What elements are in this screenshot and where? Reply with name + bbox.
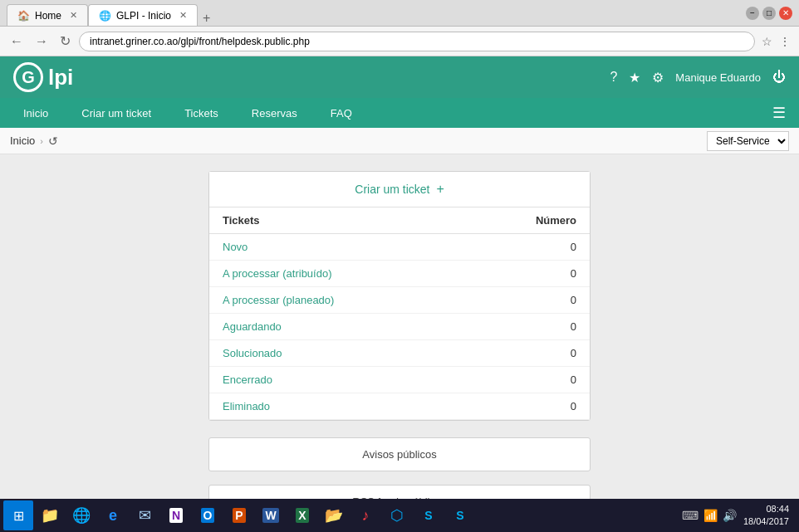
window-controls: − □ ✕ xyxy=(746,7,792,20)
address-input[interactable] xyxy=(79,32,755,51)
hamburger-icon[interactable]: ☰ xyxy=(766,104,792,122)
ticket-row-count-3: 0 xyxy=(465,314,590,340)
logo-circle: G xyxy=(13,62,43,92)
clock-time: 08:44 xyxy=(743,503,789,515)
nav-inicio[interactable]: Inicio xyxy=(7,98,65,128)
taskbar-start[interactable]: ⊞ xyxy=(3,500,33,530)
tickets-card: Criar um ticket + Tickets Número Novo 0 … xyxy=(208,171,591,421)
browser-tabs: 🏠 Home ✕ 🌐 GLPI - Inicio ✕ + xyxy=(7,0,215,26)
tab-glpi-close[interactable]: ✕ xyxy=(179,10,187,21)
start-icon: ⊞ xyxy=(13,508,24,524)
power-icon[interactable]: ⏻ xyxy=(772,70,786,85)
nav-criar-ticket[interactable]: Criar um ticket xyxy=(65,98,168,128)
ticket-row-label-3[interactable]: Aguardando xyxy=(223,320,282,333)
taskbar-clock: 08:44 18/04/2017 xyxy=(743,503,789,529)
menu-icon[interactable]: ⋮ xyxy=(777,33,792,50)
taskbar-files[interactable]: 📁 xyxy=(35,500,65,530)
taskbar-right: ⌨ 📶 🔊 08:44 18/04/2017 xyxy=(682,503,796,529)
ticket-row-label-4[interactable]: Solucionado xyxy=(223,347,282,359)
self-service-dropdown[interactable]: Self-Service xyxy=(707,131,789,151)
app1-icon: ⬡ xyxy=(390,506,404,525)
create-ticket-link[interactable]: Criar um ticket + xyxy=(355,183,444,196)
powerpoint-icon: P xyxy=(233,508,245,523)
table-row: Aguardando 0 xyxy=(209,314,590,340)
help-icon[interactable]: ? xyxy=(610,70,617,85)
mail-icon: ✉ xyxy=(139,506,151,525)
taskbar-folder[interactable]: 📂 xyxy=(319,500,349,530)
username-label[interactable]: Manique Eduardo xyxy=(675,71,761,84)
taskbar-chrome[interactable]: 🌐 xyxy=(66,500,96,530)
app-header: G lpi ? ★ ⚙ Manique Eduardo ⏻ xyxy=(0,56,799,98)
maximize-button[interactable]: □ xyxy=(762,7,776,20)
ticket-row-label-6[interactable]: Eliminado xyxy=(223,400,270,412)
taskbar-powerpoint[interactable]: P xyxy=(224,500,254,530)
outlook-icon: O xyxy=(201,508,215,523)
app-logo: G lpi xyxy=(13,62,73,92)
star-icon[interactable]: ★ xyxy=(629,70,640,85)
onenote-icon: N xyxy=(169,508,183,523)
back-button[interactable]: ← xyxy=(7,32,27,51)
close-button[interactable]: ✕ xyxy=(779,7,792,20)
ticket-row-count-1: 0 xyxy=(465,261,590,287)
taskbar: ⊞ 📁 🌐 e ✉ N O P W X 📂 ♪ ⬡ S S ⌨ 📶 xyxy=(0,499,799,532)
skype1-icon: S xyxy=(424,509,432,522)
table-row: A processar (planeado) 0 xyxy=(209,287,590,314)
taskbar-app1[interactable]: ⬡ xyxy=(382,500,412,530)
volume-icon: 🔊 xyxy=(723,509,737,522)
taskbar-ie[interactable]: e xyxy=(98,500,128,530)
public-notices-label: Avisos públicos xyxy=(362,448,436,461)
nav-faq[interactable]: FAQ xyxy=(314,98,369,128)
nav-reservas[interactable]: Reservas xyxy=(235,98,314,128)
gear-icon[interactable]: ⚙ xyxy=(652,70,664,85)
create-ticket-header: Criar um ticket + xyxy=(209,172,590,207)
taskbar-skype2[interactable]: S xyxy=(445,500,475,530)
network-icon: 📶 xyxy=(703,509,718,522)
tab-glpi[interactable]: 🌐 GLPI - Inicio ✕ xyxy=(88,4,198,26)
public-notices-card: Avisos públicos xyxy=(208,437,591,471)
word-icon: W xyxy=(262,508,278,523)
breadcrumb-home[interactable]: Inicio xyxy=(10,134,35,147)
taskbar-outlook[interactable]: O xyxy=(193,500,223,530)
ticket-row-label-2[interactable]: A processar (planeado) xyxy=(223,294,334,306)
folder-icon: 📂 xyxy=(325,506,343,525)
create-ticket-label: Criar um ticket xyxy=(355,183,429,196)
keyboard-icon: ⌨ xyxy=(682,509,699,522)
taskbar-skype1[interactable]: S xyxy=(414,500,444,530)
tab-home-label: Home xyxy=(35,10,61,22)
bookmark-icon[interactable]: ☆ xyxy=(760,33,774,50)
taskbar-mail[interactable]: ✉ xyxy=(130,500,159,530)
ticket-row-count-0: 0 xyxy=(465,234,590,261)
itunes-icon: ♪ xyxy=(362,507,370,525)
browser-title-bar: 🏠 Home ✕ 🌐 GLPI - Inicio ✕ + − □ ✕ xyxy=(0,0,799,27)
ticket-row-label-5[interactable]: Encerrado xyxy=(223,373,272,386)
excel-icon: X xyxy=(296,508,308,523)
address-bar: ← → ↻ ☆ ⋮ xyxy=(0,27,799,56)
ticket-row-count-6: 0 xyxy=(465,393,590,420)
taskbar-word[interactable]: W xyxy=(256,500,286,530)
table-row: Eliminado 0 xyxy=(209,393,590,420)
table-row: Solucionado 0 xyxy=(209,340,590,367)
ticket-row-label-1[interactable]: A processar (atribuído) xyxy=(223,267,332,280)
new-tab-button[interactable]: + xyxy=(198,11,215,26)
tab-home[interactable]: 🏠 Home ✕ xyxy=(7,4,88,26)
taskbar-excel[interactable]: X xyxy=(287,500,317,530)
taskbar-itunes[interactable]: ♪ xyxy=(350,500,380,530)
chrome-icon: 🌐 xyxy=(72,506,91,525)
ticket-row-count-4: 0 xyxy=(465,340,590,367)
clock-date: 18/04/2017 xyxy=(743,515,789,528)
create-ticket-plus: + xyxy=(436,182,444,196)
nav-tickets[interactable]: Tickets xyxy=(168,98,235,128)
minimize-button[interactable]: − xyxy=(746,7,759,20)
forward-button[interactable]: → xyxy=(32,32,51,51)
refresh-button[interactable]: ↻ xyxy=(56,32,74,51)
table-row: A processar (atribuído) 0 xyxy=(209,261,590,287)
ticket-row-label-0[interactable]: Novo xyxy=(223,241,248,253)
col-tickets-header: Tickets xyxy=(209,207,465,234)
taskbar-onenote[interactable]: N xyxy=(161,500,191,530)
skype2-icon: S xyxy=(456,509,463,522)
breadcrumb-refresh-icon[interactable]: ↺ xyxy=(48,134,58,148)
tab-home-close[interactable]: ✕ xyxy=(70,10,77,21)
files-icon: 📁 xyxy=(41,506,59,525)
ticket-row-count-5: 0 xyxy=(465,367,590,393)
breadcrumb-bar: Inicio › ↺ Self-Service xyxy=(0,128,799,154)
